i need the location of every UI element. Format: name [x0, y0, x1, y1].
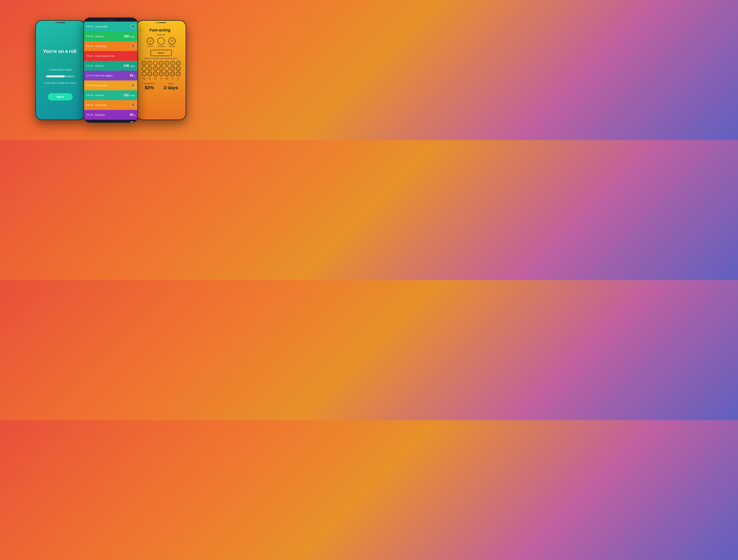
dose-circle-1	[157, 37, 164, 45]
power-btn-center	[137, 39, 138, 46]
sched-1-6: ✓	[176, 66, 180, 71]
log-label-9: Breakfast	[95, 113, 130, 116]
streak-stat: Streak 2 days	[164, 82, 178, 90]
sched-2-4: ✓	[164, 72, 169, 76]
streak-label: Current streak: 6 days	[49, 68, 72, 71]
log-time-7: 8:15 am	[86, 94, 95, 96]
log-time-5: 12:13 pm	[86, 74, 95, 77]
day-mo: Mo	[153, 78, 158, 80]
sched-1-5: ✓	[170, 66, 175, 71]
streak-content: You're on a roll. Current streak: 6 days…	[36, 21, 85, 119]
streak-bar-fill	[46, 75, 65, 77]
notch-center	[106, 19, 115, 21]
log-value-7: 131 mg/dL	[123, 93, 135, 97]
sched-1-4	[164, 66, 169, 71]
speaker-icon	[58, 22, 65, 23]
day-sa: Sa	[142, 78, 146, 80]
sched-2-6: ✓	[176, 72, 180, 76]
schedule-row-1: ✓ ✓ ✓ ✓ ✓	[139, 66, 183, 71]
phone-left: You're on a roll. Current streak: 6 days…	[35, 20, 85, 120]
schedule-label: Doses on schedule this week (from Mar 7)	[139, 57, 183, 59]
sched-2-2: ✓	[153, 72, 158, 76]
schedule-row-0: ✓ ✓ ✓ ✓ ✓ ✓	[139, 61, 183, 65]
log-check-0: ✓	[131, 24, 135, 29]
consistency-stat: Consistency 82%	[144, 82, 155, 90]
sched-2-5: ✓	[170, 72, 175, 76]
dose-item-0: ✓ 9:16 am	[147, 37, 154, 47]
log-entry-9[interactable]: 8:03 am Breakfast 30 g	[84, 110, 137, 120]
log-content: 8:48 pm Long-acting ✓ 8:39 pm Glucose 12…	[84, 18, 137, 122]
log-label-3: Insulin was too hot.	[95, 55, 135, 57]
got-it-button[interactable]: Got it	[48, 93, 73, 100]
log-entry-8[interactable]: 8:05 am Fast-acting ✓	[84, 100, 137, 110]
log-entry-5[interactable]: 12:13 pm Fish and veggies 30 g	[84, 71, 137, 80]
log-time-6: 11:37 am	[86, 84, 95, 86]
sched-0-0: ✓	[142, 61, 146, 65]
dose-circle-2: ✓	[168, 37, 175, 45]
day-fr: Fr	[176, 78, 180, 80]
dose-item-2: ✓ 7:00 pm	[168, 37, 175, 47]
log-entry-4[interactable]: 2:15 pm Glucose 148 mg/dL	[84, 61, 137, 71]
log-value-1: 128 mg/dL	[123, 34, 135, 38]
log-time-0: 8:48 pm	[86, 25, 95, 27]
phone-center: 8:48 pm Long-acting ✓ 8:39 pm Glucose 12…	[83, 17, 138, 123]
log-entry-7[interactable]: 8:15 am Glucose 131 mg/dL	[84, 90, 137, 100]
log-entry-3[interactable]: 3:05 pm Insulin was too hot.	[84, 51, 137, 61]
log-label-8: Fast-acting	[95, 104, 131, 106]
notch-left	[56, 22, 65, 23]
detail-title: Fast-acting	[142, 28, 177, 32]
checkmark-icon-0: ✓	[149, 39, 151, 43]
log-entry-2[interactable]: 5:29 pm Fast-acting ✓	[84, 41, 137, 51]
log-label-4: Glucose	[95, 64, 123, 67]
speaker-icon-center	[108, 20, 115, 20]
dose-circles: ✓ 9:16 am 12:30 pm ✓ 7:00 pm	[139, 37, 183, 47]
dose-circle-0: ✓	[147, 37, 154, 45]
back-button[interactable]: ‹	[139, 28, 141, 32]
log-label-7: Glucose	[95, 94, 123, 96]
add-entry-button[interactable]: +	[129, 121, 135, 122]
detail-content: ‹ Fast-acting Yesterday ✓ 9:16 am 12:30 …	[137, 21, 186, 119]
log-label-1: Glucose	[95, 35, 123, 38]
yesterday-label: Yesterday	[139, 34, 183, 36]
streak-bar	[46, 75, 75, 77]
dose-time-2: 7:00 pm	[169, 45, 175, 47]
phones-container: You're on a roll. Current streak: 6 days…	[35, 17, 186, 123]
sched-2-0	[142, 72, 146, 76]
detail-screen: ‹ Fast-acting Yesterday ✓ 9:16 am 12:30 …	[137, 21, 186, 119]
consistency-value: 82%	[144, 85, 155, 90]
log-time-8: 8:05 am	[86, 104, 95, 106]
log-time-9: 8:03 am	[86, 114, 95, 116]
log-entry-0[interactable]: 8:48 pm Long-acting ✓	[84, 22, 137, 31]
sched-2-3: ✓	[159, 72, 163, 76]
log-time-1: 8:39 pm	[86, 35, 95, 37]
sched-0-6: ✓	[176, 61, 180, 65]
day-th: Th	[170, 78, 175, 80]
log-label-0: Long-acting	[95, 25, 131, 28]
consistency-label: Consistency	[144, 82, 155, 85]
dose-time-1: 12:30 pm	[157, 45, 165, 47]
sched-2-1: ✓	[147, 72, 152, 76]
log-footer: Tuesday, June 7 +	[84, 120, 137, 122]
sched-1-1: ✓	[147, 66, 152, 71]
log-check-2: ✓	[131, 44, 135, 48]
day-tu: Tu	[159, 78, 163, 80]
log-entry-6[interactable]: 11:37 am Fast-acting ✓	[84, 80, 137, 90]
streak-stat-value: 2 days	[164, 85, 178, 90]
camera-icon-right	[156, 22, 157, 23]
schedule-grid: ✓ ✓ ✓ ✓ ✓ ✓ ✓ ✓ ✓ ✓	[139, 61, 183, 76]
log-value-5: 30 g	[129, 74, 135, 77]
day-su: Su	[147, 78, 152, 80]
sched-0-5: ✓	[170, 61, 175, 65]
phone-right: ‹ Fast-acting Yesterday ✓ 9:16 am 12:30 …	[136, 20, 186, 120]
log-entry-1[interactable]: 8:39 pm Glucose 128 mg/dL	[84, 31, 137, 41]
log-time-2: 5:29 pm	[86, 45, 95, 47]
streak-record: 4 more days to break your record.	[44, 82, 76, 84]
log-screen: 8:48 pm Long-acting ✓ 8:39 pm Glucose 12…	[84, 18, 137, 122]
delete-button[interactable]: delete	[150, 50, 172, 56]
sched-1-2: ✓	[153, 66, 158, 71]
sched-0-1: ✓	[147, 61, 152, 65]
checkmark-icon-2: ✓	[171, 39, 173, 43]
sched-0-4: ✓	[164, 61, 169, 65]
day-we: We	[164, 78, 169, 80]
schedule-days: Sa Su Mo Tu We Th Fr	[139, 78, 183, 80]
